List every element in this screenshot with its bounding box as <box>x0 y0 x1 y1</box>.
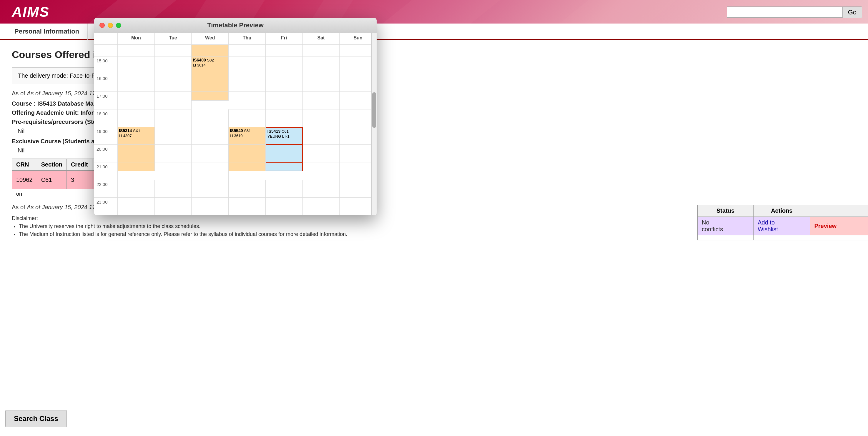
modal-scrollbar[interactable] <box>371 33 377 215</box>
cell-fri-17 <box>266 92 303 110</box>
go-button[interactable]: Go <box>842 6 862 18</box>
is5540-id: IS5540 S61 <box>230 128 251 133</box>
is6400-room: LI 3614 <box>193 63 206 67</box>
cell-tue-18 <box>155 110 192 127</box>
cell-section: C61 <box>37 170 66 189</box>
right-panel: Status Actions Noconflicts Add toWishlis… <box>698 205 868 240</box>
top-search-input[interactable] <box>727 6 844 18</box>
day-header-mon: Mon <box>118 33 155 45</box>
maximize-button[interactable] <box>116 23 121 28</box>
search-class-button[interactable]: Search Class <box>5 410 67 427</box>
cell-thu-16 <box>228 74 266 92</box>
cell-thu-22 <box>228 180 266 198</box>
time-18: 18:00 <box>94 110 118 127</box>
status-row-empty <box>698 236 868 240</box>
time-21: 21:00 <box>94 162 118 180</box>
cell-wed-16 <box>191 74 228 92</box>
status-cell: Noconflicts <box>698 217 753 236</box>
day-header-tue: Tue <box>155 33 192 45</box>
cell-tue-23 <box>155 198 192 215</box>
col-actions: Actions <box>753 205 810 217</box>
cell-thu-23 <box>228 198 266 215</box>
cell-thu-17 <box>228 92 266 110</box>
close-button[interactable] <box>99 23 105 28</box>
cell-sat-15 <box>303 57 340 74</box>
grid-cell-mon-0 <box>118 45 155 57</box>
time-label-cut <box>94 45 118 57</box>
preview-cell[interactable]: Preview <box>810 217 868 236</box>
cell-thu-18 <box>228 110 266 127</box>
cell-wed-21 <box>191 162 228 180</box>
timetable-grid: Mon Tue Wed Thu Fri Sat Sun 15:00 <box>94 33 377 215</box>
time-19: 19:00 <box>94 127 118 145</box>
is5413-room: YEUNG LT-1 <box>268 134 289 138</box>
cell-sat-18 <box>303 110 340 127</box>
cell-sat-19 <box>303 127 340 145</box>
cell-tue-21 <box>155 162 192 180</box>
cell-wed-19 <box>191 127 228 145</box>
cell-tue-17 <box>155 92 192 110</box>
cell-fri-22 <box>266 180 303 198</box>
cell-sat-17 <box>303 92 340 110</box>
day-header-thu: Thu <box>228 33 266 45</box>
cell-fri-18 <box>266 110 303 127</box>
time-20: 20:00 <box>94 145 118 162</box>
modal-titlebar: Timetable Preview <box>94 18 377 33</box>
grid-cell-wed-0-partial <box>191 45 228 57</box>
cell-mon-23 <box>118 198 155 215</box>
is5413-id: IS5413 C61 <box>268 129 289 133</box>
cell-fri-21-half <box>266 162 303 171</box>
day-header-sat: Sat <box>303 33 340 45</box>
is5314-room: LI 4307 <box>119 133 131 138</box>
cell-thu-19: IS5540 S61 LI 3610 <box>228 127 266 145</box>
cell-sat-21 <box>303 162 340 180</box>
scrollbar-thumb[interactable] <box>372 92 376 128</box>
cell-fri-15 <box>266 57 303 74</box>
aims-logo: AIMS <box>12 4 50 20</box>
timetable-container[interactable]: Mon Tue Wed Thu Fri Sat Sun 15:00 <box>94 33 377 215</box>
col-section: Section <box>37 159 66 170</box>
cell-sat-23 <box>303 198 340 215</box>
nav-personal-information[interactable]: Personal Information <box>6 23 88 40</box>
col-credit: Credit <box>66 159 92 170</box>
cell-sat-16 <box>303 74 340 92</box>
col-preview <box>810 205 868 217</box>
cell-wed-15: IS6400 S02 LI 3614 <box>191 57 228 74</box>
modal-title: Timetable Preview <box>207 22 264 29</box>
cell-fri-19: IS5413 C61 YEUNG LT-1 <box>266 127 303 145</box>
cell-wed-23 <box>191 198 228 215</box>
svg-marker-4 <box>559 0 677 24</box>
is5314-id: IS5314 SX1 <box>119 128 141 133</box>
add-to-wishlist-cell[interactable]: Add toWishlist <box>753 217 810 236</box>
status-row: Noconflicts Add toWishlist Preview <box>698 217 868 236</box>
timetable-preview-modal: Timetable Preview Mon Tue Wed Thu Fri Sa… <box>94 18 377 215</box>
cell-fri-16 <box>266 74 303 92</box>
traffic-lights <box>99 23 121 28</box>
cell-wed-20 <box>191 145 228 162</box>
cell-wed-18 <box>191 110 228 127</box>
cell-mon-19: IS5314 SX1 LI 4307 <box>118 127 155 145</box>
col-status: Status <box>698 205 753 217</box>
day-header-fri: Fri <box>266 33 303 45</box>
col-crn: CRN <box>12 159 37 170</box>
cell-tue-20 <box>155 145 192 162</box>
cell-mon-20 <box>118 145 155 162</box>
svg-marker-3 <box>382 0 500 24</box>
cell-fri-23 <box>266 198 303 215</box>
time-15: 15:00 <box>94 57 118 74</box>
cell-crn: 10962 <box>12 170 37 189</box>
grid-cell-fri-0 <box>266 45 303 57</box>
minimize-button[interactable] <box>108 23 113 28</box>
grid-cell-thu-0 <box>228 45 266 57</box>
cell-wed-17-half <box>191 92 228 101</box>
grid-cell-tue-0 <box>155 45 192 57</box>
cell-thu-15 <box>228 57 266 74</box>
day-header-wed: Wed <box>191 33 228 45</box>
is5540-room: LI 3610 <box>230 133 243 138</box>
cell-sat-22 <box>303 180 340 198</box>
cell-mon-18 <box>118 110 155 127</box>
time-16: 16:00 <box>94 74 118 92</box>
is6400-id: IS6400 S02 <box>193 58 214 62</box>
grid-cell-sat-0 <box>303 45 340 57</box>
cell-mon-15 <box>118 57 155 74</box>
